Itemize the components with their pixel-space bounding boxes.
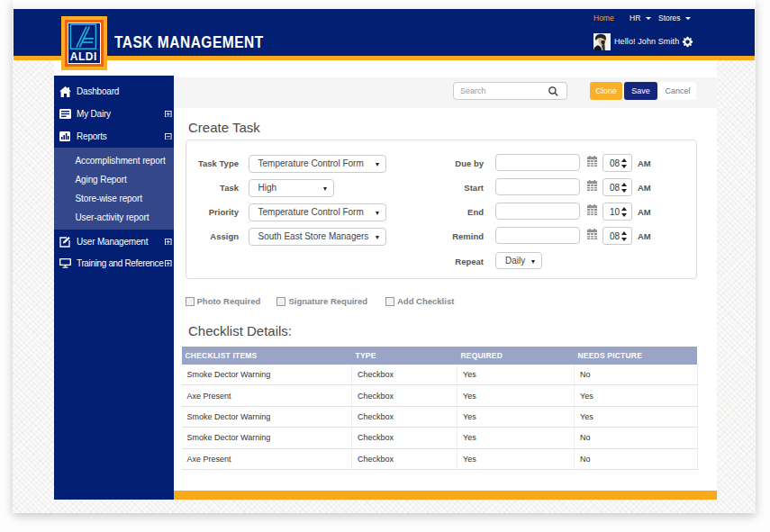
svg-text:ALDI: ALDI [70, 50, 97, 62]
